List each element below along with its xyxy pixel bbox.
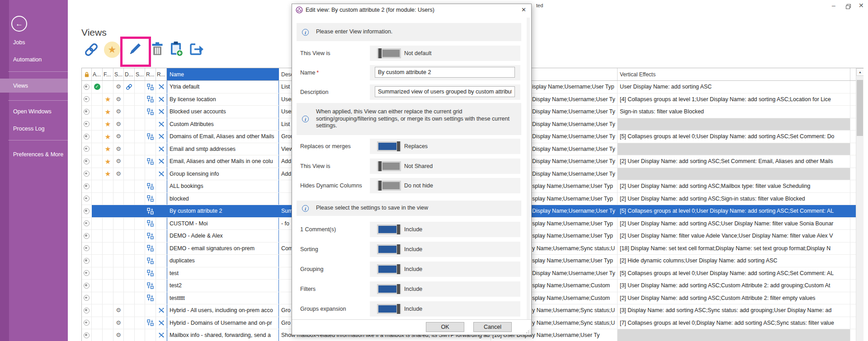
view-name-cell[interactable]: blocked: [167, 193, 279, 205]
dialog-close-icon[interactable]: ✕: [521, 4, 526, 16]
row-selector-radio[interactable]: [82, 255, 92, 267]
vertical-scrollbar[interactable]: ▲: [856, 68, 863, 341]
row-selector-radio[interactable]: [82, 180, 92, 192]
column-header[interactable]: S...: [113, 68, 124, 80]
icon-cell: [156, 143, 167, 155]
toggle-switch[interactable]: [377, 48, 401, 58]
view-name-cell[interactable]: test2: [167, 280, 279, 292]
row-selector-radio[interactable]: [82, 280, 92, 292]
clear-sorting-icon: [158, 108, 165, 115]
export-view-button[interactable]: [189, 42, 205, 58]
view-name-cell[interactable]: duplicates: [167, 255, 279, 267]
resize-grip[interactable]: [526, 329, 530, 334]
view-name-cell[interactable]: By license location: [167, 93, 279, 106]
row-selector-radio[interactable]: [82, 317, 92, 329]
row-selector-radio[interactable]: [82, 267, 92, 280]
view-name-cell[interactable]: CUSTOM - Moi: [167, 218, 279, 230]
row-selector-radio[interactable]: [82, 205, 92, 217]
column-header[interactable]: R...: [145, 68, 156, 80]
close-button[interactable]: ✕: [859, 2, 864, 9]
toggle-switch[interactable]: [377, 244, 401, 254]
cancel-button[interactable]: Cancel: [473, 322, 512, 332]
view-name-cell[interactable]: Ytria default: [167, 81, 279, 93]
view-name-cell[interactable]: test: [167, 267, 279, 280]
restore-button[interactable]: [846, 3, 851, 10]
dialog-titlebar[interactable]: Edit view: By custom attribute 2 (for mo…: [292, 4, 531, 16]
toggle-switch[interactable]: [377, 141, 401, 151]
sidebar-item-views[interactable]: Views: [13, 82, 28, 89]
sidebar-divider: [8, 100, 68, 101]
icon-cell: [156, 193, 167, 205]
star-icon: ★: [105, 170, 111, 177]
row-selector-radio[interactable]: [82, 143, 92, 155]
row-selector-radio[interactable]: [82, 118, 92, 131]
row-selector-radio[interactable]: [82, 329, 92, 341]
back-button[interactable]: ←: [11, 16, 27, 32]
row-selector-radio[interactable]: [82, 230, 92, 242]
view-name-cell[interactable]: Custom Attributes: [167, 118, 279, 131]
name-column-header[interactable]: Name: [167, 68, 279, 80]
toggle-switch[interactable]: [377, 161, 401, 171]
row-selector-radio[interactable]: [82, 304, 92, 317]
view-name-cell[interactable]: Blocked user accounts: [167, 106, 279, 118]
view-name-cell[interactable]: DEMO - Adele & Alex: [167, 230, 279, 242]
view-name-cell[interactable]: Hybrid - Domains of Username and on-pr: [167, 317, 279, 329]
row-selector-radio[interactable]: [82, 93, 92, 106]
view-name-cell[interactable]: testtttt: [167, 292, 279, 304]
icon-cell: [156, 106, 167, 118]
toggle-switch[interactable]: [377, 304, 401, 314]
view-name-cell[interactable]: Email and smtp addresses: [167, 143, 279, 155]
row-selector-radio[interactable]: [82, 243, 92, 255]
view-name-cell[interactable]: Mailbox info - shared, forwarding, send …: [167, 329, 279, 341]
favorite-view-button[interactable]: ★: [104, 42, 120, 58]
row-selector-radio[interactable]: [82, 292, 92, 304]
view-name-input[interactable]: [375, 67, 515, 78]
vertical-effects-column-header[interactable]: Vertical Effects: [618, 68, 850, 80]
view-name-cell[interactable]: DEMO - email signatures on-prem: [167, 243, 279, 255]
column-header[interactable]: F...: [103, 68, 113, 80]
view-name-cell[interactable]: Hybrid - All users, including on-prem ac…: [167, 304, 279, 317]
minimize-button[interactable]: –: [832, 2, 835, 9]
view-name-cell[interactable]: Domains of Email, Aliases and other Mail…: [167, 131, 279, 143]
scroll-up-icon[interactable]: ▲: [856, 68, 863, 76]
column-header[interactable]: R...: [156, 68, 167, 80]
sidebar-item-jobs[interactable]: Jobs: [13, 39, 25, 46]
toggle-switch[interactable]: [377, 264, 401, 274]
column-header[interactable]: A...: [92, 68, 103, 80]
row-selector-radio[interactable]: [82, 131, 92, 143]
app-logo-icon: [296, 6, 303, 15]
sidebar-item-preferences[interactable]: Preferences & More: [13, 151, 63, 158]
sidebar-item-process-log[interactable]: Process Log: [13, 125, 44, 132]
copy-view-button[interactable]: [168, 42, 184, 58]
toggle-value: Include: [404, 242, 422, 257]
column-header[interactable]: D...: [124, 68, 135, 80]
row-selector-radio[interactable]: [82, 193, 92, 205]
view-name-cell[interactable]: By custom attribute 2: [167, 205, 279, 217]
row-selector-radio[interactable]: [82, 218, 92, 230]
toggle-switch[interactable]: [377, 224, 401, 234]
toggle-band: Include: [370, 242, 520, 257]
row-selector-radio[interactable]: [82, 155, 92, 168]
toggle-switch[interactable]: [377, 284, 401, 294]
row-selector-radio[interactable]: [82, 106, 92, 118]
link-view-button[interactable]: [83, 42, 99, 58]
toggle-switch[interactable]: [377, 181, 401, 191]
info-icon: i: [302, 205, 309, 212]
icon-cell: [135, 93, 145, 106]
view-description-input[interactable]: [375, 86, 515, 97]
column-header[interactable]: S...: [135, 68, 145, 80]
sidebar-item-automation[interactable]: Automation: [13, 56, 42, 63]
view-name-cell[interactable]: Email, Aliases and other Mails in one co…: [167, 155, 279, 168]
scrollbar-thumb[interactable]: [857, 80, 863, 136]
row-selector-radio[interactable]: [82, 168, 92, 180]
vertical-effects-cell: [7] Collapses groups at level 0;Display …: [618, 317, 850, 329]
row-selector-radio[interactable]: [82, 81, 92, 93]
sidebar-item-open-windows[interactable]: Open Windows: [13, 108, 52, 115]
view-name-cell[interactable]: ALL bookings: [167, 180, 279, 192]
view-name-cell[interactable]: Group licensing info: [167, 168, 279, 180]
delete-view-button[interactable]: [149, 42, 165, 58]
icon-cell: [124, 317, 135, 329]
ok-button[interactable]: OK: [426, 322, 464, 332]
lock-column-header[interactable]: [82, 68, 92, 80]
icon-cell: [124, 81, 135, 93]
